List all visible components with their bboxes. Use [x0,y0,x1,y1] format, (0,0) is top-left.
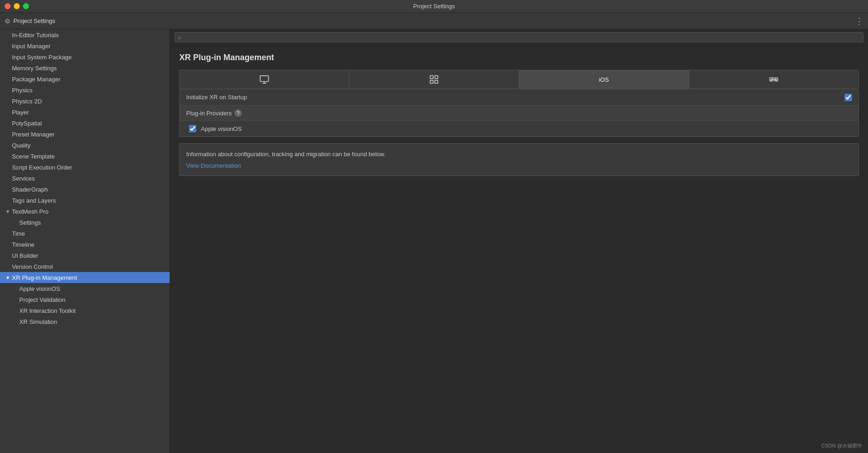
platform-tab-ios[interactable]: iOS [520,70,689,89]
info-panel: Information about configuration, trackin… [179,143,859,176]
sidebar-item-label-in-editor-tutorials: In-Editor Tutorials [12,32,59,39]
sidebar-item-scene-template[interactable]: Scene Template [0,151,170,162]
search-icon: ⌕ [178,34,181,40]
sidebar-item-label-physics-2d: Physics 2D [12,98,42,105]
sidebar-item-apple-visionos[interactable]: Apple visionOS [0,283,170,294]
platform-tab-visionos[interactable] [689,70,858,89]
sidebar-item-in-editor-tutorials[interactable]: In-Editor Tutorials [0,29,170,40]
sidebar-item-label-timeline: Timeline [12,241,34,248]
settings-panel: Initialize XR on Startup Plug-in Provide… [179,89,859,137]
sidebar-item-label-ui-builder: UI Builder [12,252,38,259]
sidebar-item-memory-settings[interactable]: Memory Settings [0,62,170,74]
panel-header: ⚙ Project Settings ⋮ [0,13,868,29]
sidebar-item-player[interactable]: Player [0,107,170,118]
sidebar-item-input-manager[interactable]: Input Manager [0,40,170,51]
plugin-item-apple-visionos: Apple visionOS [180,121,858,136]
plugin-providers-header: Plug-in Providers ? [180,106,858,121]
plugin-providers-label: Plug-in Providers [186,110,232,117]
sidebar-item-label-xr-interaction-toolkit: XR Interaction Toolkit [19,307,76,314]
sidebar-item-physics[interactable]: Physics [0,85,170,96]
svg-rect-0 [260,76,268,82]
window-title: Project Settings [413,3,455,10]
apple-visionos-label: Apple visionOS [201,125,242,132]
sidebar-item-project-validation[interactable]: Project Validation [0,294,170,305]
sidebar-item-xr-simulation[interactable]: XR Simulation [0,316,170,327]
platform-tabs: iOS [179,70,859,89]
sidebar-item-polyspatial[interactable]: PolySpatial [0,118,170,129]
maximize-button[interactable] [23,3,29,9]
platform-tab-android[interactable] [349,70,519,89]
sidebar-item-label-memory-settings: Memory Settings [12,65,57,72]
view-documentation-link[interactable]: View Documentation [186,162,241,169]
menu-icon[interactable]: ⋮ [855,16,863,26]
sidebar-item-label-textmesh-pro: TextMesh Pro [12,208,48,215]
sidebar: In-Editor TutorialsInput ManagerInput Sy… [0,29,170,453]
sidebar-item-textmesh-pro-settings[interactable]: Settings [0,217,170,228]
sidebar-item-label-physics: Physics [12,87,33,94]
sidebar-item-label-xr-plugin-management: XR Plug-in Management [12,274,77,281]
minimize-button[interactable] [14,3,20,9]
sidebar-item-label-shader-graph: ShaderGraph [12,186,48,193]
sidebar-item-label-player: Player [12,109,29,116]
sidebar-item-package-manager[interactable]: Package Manager [0,74,170,85]
sidebar-item-label-version-control: Version Control [12,263,53,270]
search-input[interactable] [183,34,860,40]
sidebar-item-version-control[interactable]: Version Control [0,261,170,272]
sidebar-item-tags-and-layers[interactable]: Tags and Layers [0,195,170,206]
platform-tab-desktop[interactable] [180,70,349,89]
sidebar-item-ui-builder[interactable]: UI Builder [0,250,170,261]
sidebar-item-services[interactable]: Services [0,173,170,184]
search-wrap: ⌕ [175,32,863,42]
content-area: ⌕ XR Plug-in Management iOS Initialize X… [170,29,868,453]
svg-rect-6 [435,80,438,83]
sidebar-item-label-input-system-package: Input System Package [12,54,72,61]
initialize-xr-label: Initialize XR on Startup [186,94,845,101]
sidebar-item-label-package-manager: Package Manager [12,76,61,83]
sidebar-item-physics-2d[interactable]: Physics 2D [0,96,170,107]
sidebar-item-xr-interaction-toolkit[interactable]: XR Interaction Toolkit [0,305,170,316]
sidebar-item-timeline[interactable]: Timeline [0,239,170,250]
sidebar-item-label-input-manager: Input Manager [12,43,51,50]
sidebar-item-label-preset-manager: Preset Manager [12,131,55,138]
info-text: Information about configuration, trackin… [186,150,852,159]
close-button[interactable] [5,3,11,9]
sidebar-item-input-system-package[interactable]: Input System Package [0,51,170,62]
main-layout: In-Editor TutorialsInput ManagerInput Sy… [0,29,868,453]
svg-rect-5 [430,80,433,83]
initialize-xr-checkbox[interactable] [845,94,852,101]
sidebar-item-label-xr-simulation: XR Simulation [19,318,57,325]
sidebar-list: In-Editor TutorialsInput ManagerInput Sy… [0,29,170,453]
sidebar-item-label-polyspatial: PolySpatial [12,120,42,127]
gear-icon: ⚙ [5,17,11,25]
sidebar-item-label-services: Services [12,175,35,182]
sidebar-item-textmesh-pro[interactable]: ▼TextMesh Pro [0,206,170,217]
sidebar-item-label-apple-visionos: Apple visionOS [19,285,60,292]
help-icon[interactable]: ? [234,109,242,117]
titlebar: Project Settings [0,0,868,13]
svg-rect-3 [430,76,433,79]
apple-visionos-checkbox[interactable] [189,125,196,132]
sidebar-item-script-execution-order[interactable]: Script Execution Order [0,162,170,173]
sidebar-item-label-scene-template: Scene Template [12,153,55,160]
sidebar-item-preset-manager[interactable]: Preset Manager [0,129,170,140]
sidebar-item-shader-graph[interactable]: ShaderGraph [0,184,170,195]
content-body: XR Plug-in Management iOS Initialize XR … [170,45,868,453]
traffic-lights [5,3,29,9]
sidebar-item-label-tags-and-layers: Tags and Layers [12,197,56,204]
search-bar: ⌕ [170,29,868,45]
sidebar-item-label-script-execution-order: Script Execution Order [12,164,72,171]
panel-title: Project Settings [13,17,55,24]
watermark: CSDN @火锅肥牛 [822,442,862,449]
sidebar-item-xr-plugin-management[interactable]: ▼XR Plug-in Management [0,272,170,283]
sidebar-item-label-time: Time [12,230,25,237]
svg-rect-4 [435,76,438,79]
sidebar-item-quality[interactable]: Quality [0,140,170,151]
sidebar-item-time[interactable]: Time [0,228,170,239]
section-title: XR Plug-in Management [179,53,859,62]
sidebar-item-label-project-validation: Project Validation [19,296,65,303]
sidebar-item-label-quality: Quality [12,142,30,149]
sidebar-item-label-textmesh-pro-settings: Settings [19,219,41,226]
initialize-xr-row: Initialize XR on Startup [180,89,858,106]
